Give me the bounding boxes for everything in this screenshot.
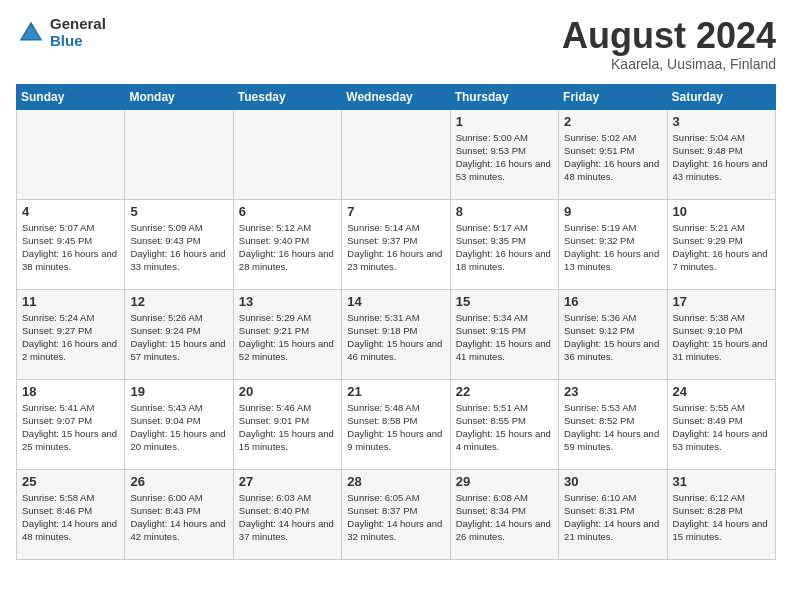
calendar-cell bbox=[17, 109, 125, 199]
calendar-cell: 31Sunrise: 6:12 AM Sunset: 8:28 PM Dayli… bbox=[667, 469, 775, 559]
day-number: 31 bbox=[673, 474, 770, 489]
calendar-cell: 11Sunrise: 5:24 AM Sunset: 9:27 PM Dayli… bbox=[17, 289, 125, 379]
day-number: 13 bbox=[239, 294, 336, 309]
calendar-cell bbox=[233, 109, 341, 199]
day-info: Sunrise: 5:00 AM Sunset: 9:53 PM Dayligh… bbox=[456, 131, 553, 184]
logo-general-text: General bbox=[50, 16, 106, 33]
calendar-cell: 7Sunrise: 5:14 AM Sunset: 9:37 PM Daylig… bbox=[342, 199, 450, 289]
day-number: 12 bbox=[130, 294, 227, 309]
calendar-cell: 27Sunrise: 6:03 AM Sunset: 8:40 PM Dayli… bbox=[233, 469, 341, 559]
day-number: 4 bbox=[22, 204, 119, 219]
day-number: 17 bbox=[673, 294, 770, 309]
calendar-header-row: SundayMondayTuesdayWednesdayThursdayFrid… bbox=[17, 84, 776, 109]
day-info: Sunrise: 5:34 AM Sunset: 9:15 PM Dayligh… bbox=[456, 311, 553, 364]
day-info: Sunrise: 5:26 AM Sunset: 9:24 PM Dayligh… bbox=[130, 311, 227, 364]
calendar-cell: 12Sunrise: 5:26 AM Sunset: 9:24 PM Dayli… bbox=[125, 289, 233, 379]
header-thursday: Thursday bbox=[450, 84, 558, 109]
day-info: Sunrise: 5:58 AM Sunset: 8:46 PM Dayligh… bbox=[22, 491, 119, 544]
calendar-cell: 20Sunrise: 5:46 AM Sunset: 9:01 PM Dayli… bbox=[233, 379, 341, 469]
day-info: Sunrise: 5:24 AM Sunset: 9:27 PM Dayligh… bbox=[22, 311, 119, 364]
day-info: Sunrise: 5:19 AM Sunset: 9:32 PM Dayligh… bbox=[564, 221, 661, 274]
day-number: 21 bbox=[347, 384, 444, 399]
calendar-cell: 15Sunrise: 5:34 AM Sunset: 9:15 PM Dayli… bbox=[450, 289, 558, 379]
day-info: Sunrise: 5:41 AM Sunset: 9:07 PM Dayligh… bbox=[22, 401, 119, 454]
day-number: 14 bbox=[347, 294, 444, 309]
logo-blue-text: Blue bbox=[50, 33, 106, 50]
title-block: August 2024 Kaarela, Uusimaa, Finland bbox=[562, 16, 776, 72]
day-info: Sunrise: 5:53 AM Sunset: 8:52 PM Dayligh… bbox=[564, 401, 661, 454]
calendar-cell: 28Sunrise: 6:05 AM Sunset: 8:37 PM Dayli… bbox=[342, 469, 450, 559]
day-info: Sunrise: 5:09 AM Sunset: 9:43 PM Dayligh… bbox=[130, 221, 227, 274]
calendar-cell: 8Sunrise: 5:17 AM Sunset: 9:35 PM Daylig… bbox=[450, 199, 558, 289]
day-info: Sunrise: 5:51 AM Sunset: 8:55 PM Dayligh… bbox=[456, 401, 553, 454]
calendar-cell: 22Sunrise: 5:51 AM Sunset: 8:55 PM Dayli… bbox=[450, 379, 558, 469]
day-number: 20 bbox=[239, 384, 336, 399]
calendar-cell: 5Sunrise: 5:09 AM Sunset: 9:43 PM Daylig… bbox=[125, 199, 233, 289]
calendar-cell: 17Sunrise: 5:38 AM Sunset: 9:10 PM Dayli… bbox=[667, 289, 775, 379]
calendar-week-row: 25Sunrise: 5:58 AM Sunset: 8:46 PM Dayli… bbox=[17, 469, 776, 559]
header-tuesday: Tuesday bbox=[233, 84, 341, 109]
day-number: 7 bbox=[347, 204, 444, 219]
day-info: Sunrise: 5:17 AM Sunset: 9:35 PM Dayligh… bbox=[456, 221, 553, 274]
day-info: Sunrise: 6:10 AM Sunset: 8:31 PM Dayligh… bbox=[564, 491, 661, 544]
calendar-cell: 18Sunrise: 5:41 AM Sunset: 9:07 PM Dayli… bbox=[17, 379, 125, 469]
day-info: Sunrise: 5:12 AM Sunset: 9:40 PM Dayligh… bbox=[239, 221, 336, 274]
day-info: Sunrise: 5:55 AM Sunset: 8:49 PM Dayligh… bbox=[673, 401, 770, 454]
logo: General Blue bbox=[16, 16, 106, 49]
header-sunday: Sunday bbox=[17, 84, 125, 109]
header-saturday: Saturday bbox=[667, 84, 775, 109]
day-info: Sunrise: 5:29 AM Sunset: 9:21 PM Dayligh… bbox=[239, 311, 336, 364]
calendar-cell: 16Sunrise: 5:36 AM Sunset: 9:12 PM Dayli… bbox=[559, 289, 667, 379]
day-number: 23 bbox=[564, 384, 661, 399]
calendar-cell: 4Sunrise: 5:07 AM Sunset: 9:45 PM Daylig… bbox=[17, 199, 125, 289]
day-number: 6 bbox=[239, 204, 336, 219]
day-number: 24 bbox=[673, 384, 770, 399]
day-info: Sunrise: 6:08 AM Sunset: 8:34 PM Dayligh… bbox=[456, 491, 553, 544]
day-number: 30 bbox=[564, 474, 661, 489]
page-header: General Blue August 2024 Kaarela, Uusima… bbox=[16, 16, 776, 72]
day-number: 15 bbox=[456, 294, 553, 309]
calendar-cell: 1Sunrise: 5:00 AM Sunset: 9:53 PM Daylig… bbox=[450, 109, 558, 199]
calendar-cell: 13Sunrise: 5:29 AM Sunset: 9:21 PM Dayli… bbox=[233, 289, 341, 379]
day-number: 9 bbox=[564, 204, 661, 219]
calendar-table: SundayMondayTuesdayWednesdayThursdayFrid… bbox=[16, 84, 776, 560]
day-number: 10 bbox=[673, 204, 770, 219]
calendar-cell bbox=[342, 109, 450, 199]
day-info: Sunrise: 6:03 AM Sunset: 8:40 PM Dayligh… bbox=[239, 491, 336, 544]
calendar-cell: 23Sunrise: 5:53 AM Sunset: 8:52 PM Dayli… bbox=[559, 379, 667, 469]
day-number: 22 bbox=[456, 384, 553, 399]
day-info: Sunrise: 6:05 AM Sunset: 8:37 PM Dayligh… bbox=[347, 491, 444, 544]
day-number: 26 bbox=[130, 474, 227, 489]
header-monday: Monday bbox=[125, 84, 233, 109]
calendar-cell: 25Sunrise: 5:58 AM Sunset: 8:46 PM Dayli… bbox=[17, 469, 125, 559]
day-number: 8 bbox=[456, 204, 553, 219]
day-number: 2 bbox=[564, 114, 661, 129]
calendar-cell: 26Sunrise: 6:00 AM Sunset: 8:43 PM Dayli… bbox=[125, 469, 233, 559]
calendar-week-row: 1Sunrise: 5:00 AM Sunset: 9:53 PM Daylig… bbox=[17, 109, 776, 199]
month-year-title: August 2024 bbox=[562, 16, 776, 56]
calendar-week-row: 11Sunrise: 5:24 AM Sunset: 9:27 PM Dayli… bbox=[17, 289, 776, 379]
day-info: Sunrise: 6:00 AM Sunset: 8:43 PM Dayligh… bbox=[130, 491, 227, 544]
day-number: 27 bbox=[239, 474, 336, 489]
day-info: Sunrise: 5:04 AM Sunset: 9:48 PM Dayligh… bbox=[673, 131, 770, 184]
day-info: Sunrise: 6:12 AM Sunset: 8:28 PM Dayligh… bbox=[673, 491, 770, 544]
location-subtitle: Kaarela, Uusimaa, Finland bbox=[562, 56, 776, 72]
calendar-cell: 21Sunrise: 5:48 AM Sunset: 8:58 PM Dayli… bbox=[342, 379, 450, 469]
header-wednesday: Wednesday bbox=[342, 84, 450, 109]
day-number: 5 bbox=[130, 204, 227, 219]
day-number: 19 bbox=[130, 384, 227, 399]
calendar-cell: 10Sunrise: 5:21 AM Sunset: 9:29 PM Dayli… bbox=[667, 199, 775, 289]
day-number: 16 bbox=[564, 294, 661, 309]
day-number: 18 bbox=[22, 384, 119, 399]
day-info: Sunrise: 5:36 AM Sunset: 9:12 PM Dayligh… bbox=[564, 311, 661, 364]
day-number: 28 bbox=[347, 474, 444, 489]
day-info: Sunrise: 5:31 AM Sunset: 9:18 PM Dayligh… bbox=[347, 311, 444, 364]
day-info: Sunrise: 5:43 AM Sunset: 9:04 PM Dayligh… bbox=[130, 401, 227, 454]
day-info: Sunrise: 5:14 AM Sunset: 9:37 PM Dayligh… bbox=[347, 221, 444, 274]
day-info: Sunrise: 5:46 AM Sunset: 9:01 PM Dayligh… bbox=[239, 401, 336, 454]
calendar-cell: 3Sunrise: 5:04 AM Sunset: 9:48 PM Daylig… bbox=[667, 109, 775, 199]
logo-icon bbox=[16, 18, 46, 48]
day-info: Sunrise: 5:48 AM Sunset: 8:58 PM Dayligh… bbox=[347, 401, 444, 454]
header-friday: Friday bbox=[559, 84, 667, 109]
calendar-cell: 29Sunrise: 6:08 AM Sunset: 8:34 PM Dayli… bbox=[450, 469, 558, 559]
